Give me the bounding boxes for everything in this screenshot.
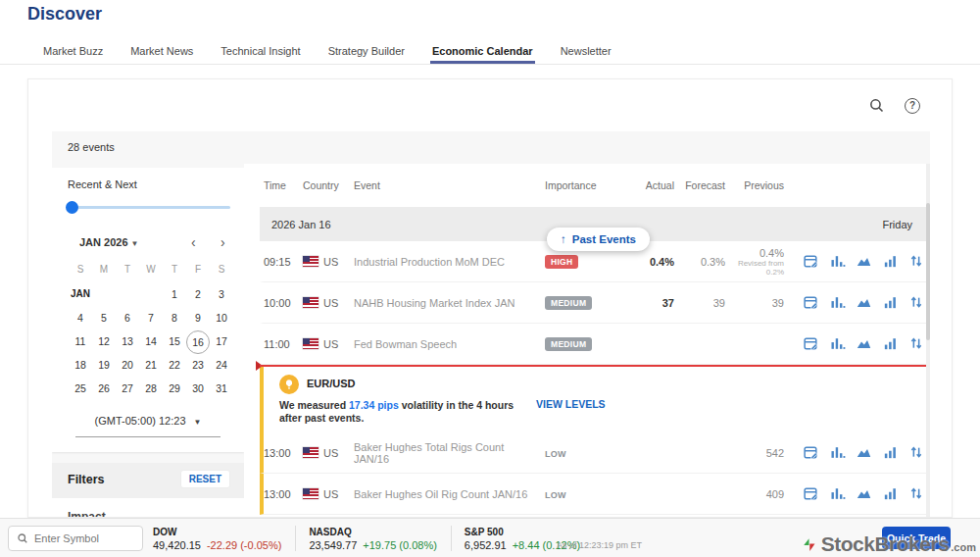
symbol-search-box[interactable] <box>8 526 143 551</box>
area-chart-icon[interactable] <box>856 253 872 270</box>
area-chart-icon[interactable] <box>856 335 872 352</box>
column-chart-icon[interactable] <box>882 485 899 502</box>
next-month-button[interactable]: › <box>220 234 225 250</box>
reset-filters-button[interactable]: RESET <box>180 470 230 488</box>
column-chart-icon[interactable] <box>882 444 899 461</box>
calendar-day[interactable]: 9 <box>186 307 210 330</box>
view-levels-link[interactable]: VIEW LEVELS <box>536 398 606 410</box>
volatility-body: EUR/USDWe measured 17.34 pips volatility… <box>279 375 524 425</box>
month-selector[interactable]: JAN 2026▼ <box>79 236 138 248</box>
calendar-day[interactable]: 18 <box>69 354 92 378</box>
recent-next-slider[interactable] <box>68 206 230 209</box>
calendar-edit-icon[interactable] <box>803 335 819 352</box>
revised-note: Revised from 0.2% <box>725 259 784 277</box>
actual-value: 0.4% <box>623 256 674 268</box>
index-values: 49,420.15-22.29 (-0.05%) <box>153 539 281 551</box>
calendar-day[interactable]: 28 <box>139 378 163 401</box>
calendar-day[interactable]: 10 <box>210 307 233 330</box>
tab-market-buzz[interactable]: Market Buzz <box>41 39 105 64</box>
bar-chart-icon[interactable] <box>829 444 846 461</box>
calendar-edit-icon[interactable] <box>803 485 819 502</box>
calendar-day[interactable]: 8 <box>163 307 186 330</box>
tab-economic-calendar[interactable]: Economic Calendar <box>430 39 535 64</box>
calendar-day[interactable]: 1 <box>163 283 186 307</box>
calendar-day[interactable]: 26 <box>92 378 116 401</box>
calendar-edit-icon[interactable] <box>803 444 819 461</box>
table-rows: 09:15USIndustrial Production MoM DECHIGH… <box>260 241 930 518</box>
tab-market-news[interactable]: Market News <box>128 39 195 64</box>
calendar-day[interactable]: 19 <box>92 354 116 378</box>
arrow-up-icon: ↑ <box>561 233 566 245</box>
events-count-band: 28 events <box>52 131 930 164</box>
sort-arrows-icon[interactable] <box>908 335 925 352</box>
calendar-day[interactable]: 13 <box>116 330 139 354</box>
calendar-day[interactable]: 7 <box>139 307 163 330</box>
help-icon[interactable]: ? <box>905 98 920 114</box>
bar-chart-icon[interactable] <box>829 253 846 270</box>
calendar-day[interactable]: 6 <box>116 307 139 330</box>
symbol-search-input[interactable] <box>34 532 134 544</box>
calendar-day[interactable]: 31 <box>210 378 233 401</box>
column-chart-icon[interactable] <box>882 335 899 352</box>
area-chart-icon[interactable] <box>856 444 872 461</box>
calendar-day[interactable]: 21 <box>139 354 163 378</box>
bar-chart-icon[interactable] <box>829 335 846 352</box>
tab-strategy-builder[interactable]: Strategy Builder <box>326 39 407 64</box>
calendar-day[interactable]: 11 <box>69 330 92 354</box>
calendar-day[interactable]: 17 <box>210 330 233 354</box>
calendar-day[interactable]: 22 <box>163 354 186 378</box>
calendar-day[interactable]: 29 <box>163 378 186 401</box>
calendar-day-selected[interactable]: 16 <box>186 330 210 354</box>
sort-arrows-icon[interactable] <box>908 485 925 502</box>
calendar-day[interactable]: 30 <box>186 378 210 401</box>
search-icon <box>17 532 28 544</box>
weekday-header: T <box>163 264 186 275</box>
calendar-day[interactable]: 25 <box>69 378 92 401</box>
country-code: US <box>323 297 338 309</box>
calendar-day[interactable]: 24 <box>210 354 233 378</box>
scrollbar-thumb[interactable] <box>926 203 930 340</box>
actual-value: 37 <box>623 297 674 309</box>
event-time: 13:00 <box>264 488 303 500</box>
calendar-day[interactable]: 5 <box>92 307 116 330</box>
column-chart-icon[interactable] <box>882 253 899 270</box>
search-icon[interactable] <box>868 97 885 114</box>
prev-month-button[interactable]: ‹ <box>191 234 196 250</box>
event-row[interactable]: 10:00USNAHB Housing Market Index JANMEDI… <box>260 282 930 324</box>
sort-arrows-icon[interactable] <box>908 253 925 270</box>
calendar-day[interactable]: 3 <box>210 283 233 307</box>
bar-chart-icon[interactable] <box>829 294 846 311</box>
area-chart-icon[interactable] <box>856 485 872 502</box>
event-row[interactable]: 13:00USBaker Hughes Oil Rig Count JAN/16… <box>260 474 930 515</box>
tab-technical-insight[interactable]: Technical Insight <box>219 39 302 64</box>
column-chart-icon[interactable] <box>882 294 899 311</box>
calendar-day[interactable]: 27 <box>116 378 139 401</box>
importance-cell: MEDIUM <box>545 296 623 310</box>
current-time-indicator <box>260 365 930 367</box>
calendar-day[interactable]: 14 <box>139 330 163 354</box>
calendar-day[interactable]: 2 <box>186 283 210 307</box>
bar-chart-icon[interactable] <box>829 485 846 502</box>
sort-arrows-icon[interactable] <box>908 444 925 461</box>
volatility-text: We measured 17.34 pips volatility in the… <box>279 399 524 425</box>
calendar-day[interactable]: 23 <box>186 354 210 378</box>
calendar-edit-icon[interactable] <box>803 253 819 270</box>
calendar-day[interactable]: 15 <box>163 330 186 354</box>
calendar-day[interactable]: 4 <box>69 307 92 330</box>
weekday-headers: SMTWTFS <box>69 264 233 275</box>
slider-thumb[interactable] <box>66 201 78 214</box>
past-events-button[interactable]: ↑ Past Events <box>547 228 650 251</box>
timezone-selector[interactable]: (GMT-05:00) 12:23▼ <box>75 411 220 437</box>
area-chart-icon[interactable] <box>856 294 872 311</box>
calendar-edit-icon[interactable] <box>803 294 819 311</box>
calendar-day[interactable]: 12 <box>92 330 116 354</box>
column-header-event: Event <box>354 179 545 191</box>
event-row[interactable]: 13:00USBaker Hughes Total Rigs Count JAN… <box>260 432 930 474</box>
calendar-day[interactable]: 20 <box>116 354 139 378</box>
calendar-day <box>139 283 163 307</box>
scrollbar[interactable] <box>926 164 930 518</box>
sort-arrows-icon[interactable] <box>908 294 925 311</box>
tab-newsletter[interactable]: Newsletter <box>559 39 613 64</box>
event-row[interactable]: 11:00USFed Bowman SpeechMEDIUM <box>260 324 930 365</box>
page-title: Discover <box>27 4 102 25</box>
